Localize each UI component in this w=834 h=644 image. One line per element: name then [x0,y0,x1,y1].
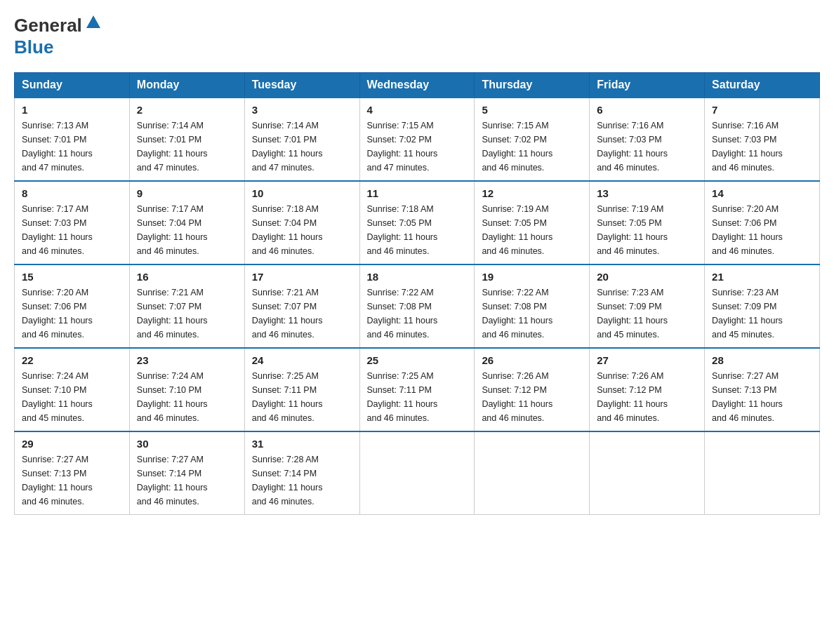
day-info: Sunrise: 7:23 AM Sunset: 7:09 PM Dayligh… [712,286,812,342]
calendar-cell: 26 Sunrise: 7:26 AM Sunset: 7:12 PM Dayl… [475,348,590,431]
calendar-cell [475,431,590,515]
svg-marker-0 [86,15,100,28]
calendar-cell: 27 Sunrise: 7:26 AM Sunset: 7:12 PM Dayl… [590,348,705,431]
calendar-cell: 1 Sunrise: 7:13 AM Sunset: 7:01 PM Dayli… [15,98,130,181]
day-info: Sunrise: 7:16 AM Sunset: 7:03 PM Dayligh… [712,119,812,175]
logo-blue-text: Blue [14,36,53,58]
weekday-header-saturday: Saturday [705,73,820,98]
calendar-cell: 5 Sunrise: 7:15 AM Sunset: 7:02 PM Dayli… [475,98,590,181]
day-number: 10 [252,187,352,199]
page-header: General Blue [14,14,820,58]
calendar-cell: 25 Sunrise: 7:25 AM Sunset: 7:11 PM Dayl… [359,348,475,431]
day-info: Sunrise: 7:20 AM Sunset: 7:06 PM Dayligh… [712,202,812,258]
day-info: Sunrise: 7:17 AM Sunset: 7:04 PM Dayligh… [137,202,237,258]
day-info: Sunrise: 7:13 AM Sunset: 7:01 PM Dayligh… [22,119,122,175]
day-info: Sunrise: 7:27 AM Sunset: 7:13 PM Dayligh… [712,369,812,425]
calendar-cell: 18 Sunrise: 7:22 AM Sunset: 7:08 PM Dayl… [359,264,475,348]
weekday-header-tuesday: Tuesday [244,73,359,98]
day-info: Sunrise: 7:27 AM Sunset: 7:14 PM Dayligh… [137,452,237,509]
day-number: 18 [367,271,468,283]
day-number: 9 [137,187,237,199]
day-info: Sunrise: 7:15 AM Sunset: 7:02 PM Dayligh… [367,119,468,175]
day-number: 19 [482,271,582,283]
calendar-cell: 15 Sunrise: 7:20 AM Sunset: 7:06 PM Dayl… [15,264,130,348]
weekday-header-sunday: Sunday [15,73,130,98]
day-number: 26 [482,354,582,366]
calendar-week-row: 22 Sunrise: 7:24 AM Sunset: 7:10 PM Dayl… [15,348,820,431]
calendar-cell [359,431,475,515]
day-number: 24 [252,354,352,366]
calendar-cell [590,431,705,515]
day-number: 4 [367,104,468,116]
day-info: Sunrise: 7:14 AM Sunset: 7:01 PM Dayligh… [137,119,237,175]
day-info: Sunrise: 7:21 AM Sunset: 7:07 PM Dayligh… [137,286,237,342]
calendar-week-row: 8 Sunrise: 7:17 AM Sunset: 7:03 PM Dayli… [15,181,820,264]
calendar-cell: 12 Sunrise: 7:19 AM Sunset: 7:05 PM Dayl… [475,181,590,264]
day-info: Sunrise: 7:28 AM Sunset: 7:14 PM Dayligh… [252,452,352,509]
day-number: 5 [482,104,582,116]
day-number: 1 [22,104,122,116]
calendar-cell: 24 Sunrise: 7:25 AM Sunset: 7:11 PM Dayl… [244,348,359,431]
calendar-cell: 19 Sunrise: 7:22 AM Sunset: 7:08 PM Dayl… [475,264,590,348]
day-number: 29 [22,438,122,450]
day-number: 17 [252,271,352,283]
calendar-cell: 8 Sunrise: 7:17 AM Sunset: 7:03 PM Dayli… [15,181,130,264]
day-number: 14 [712,187,812,199]
day-number: 31 [252,438,352,450]
day-info: Sunrise: 7:20 AM Sunset: 7:06 PM Dayligh… [22,286,122,342]
calendar-cell: 17 Sunrise: 7:21 AM Sunset: 7:07 PM Dayl… [244,264,359,348]
logo-triangle-icon [86,14,101,29]
day-info: Sunrise: 7:16 AM Sunset: 7:03 PM Dayligh… [597,119,697,175]
calendar-cell: 16 Sunrise: 7:21 AM Sunset: 7:07 PM Dayl… [129,264,244,348]
calendar-cell: 28 Sunrise: 7:27 AM Sunset: 7:13 PM Dayl… [705,348,820,431]
calendar-cell: 4 Sunrise: 7:15 AM Sunset: 7:02 PM Dayli… [359,98,475,181]
calendar-cell: 2 Sunrise: 7:14 AM Sunset: 7:01 PM Dayli… [129,98,244,181]
day-info: Sunrise: 7:22 AM Sunset: 7:08 PM Dayligh… [367,286,468,342]
day-info: Sunrise: 7:25 AM Sunset: 7:11 PM Dayligh… [367,369,468,425]
calendar-cell: 30 Sunrise: 7:27 AM Sunset: 7:14 PM Dayl… [129,431,244,515]
calendar-cell: 3 Sunrise: 7:14 AM Sunset: 7:01 PM Dayli… [244,98,359,181]
day-info: Sunrise: 7:27 AM Sunset: 7:13 PM Dayligh… [22,452,122,509]
day-info: Sunrise: 7:18 AM Sunset: 7:05 PM Dayligh… [367,202,468,258]
day-info: Sunrise: 7:22 AM Sunset: 7:08 PM Dayligh… [482,286,582,342]
calendar-cell: 10 Sunrise: 7:18 AM Sunset: 7:04 PM Dayl… [244,181,359,264]
weekday-header-row: SundayMondayTuesdayWednesdayThursdayFrid… [15,73,820,98]
day-number: 12 [482,187,582,199]
day-number: 3 [252,104,352,116]
calendar-cell: 14 Sunrise: 7:20 AM Sunset: 7:06 PM Dayl… [705,181,820,264]
day-number: 22 [22,354,122,366]
calendar-cell: 23 Sunrise: 7:24 AM Sunset: 7:10 PM Dayl… [129,348,244,431]
calendar-week-row: 29 Sunrise: 7:27 AM Sunset: 7:13 PM Dayl… [15,431,820,515]
day-info: Sunrise: 7:24 AM Sunset: 7:10 PM Dayligh… [22,369,122,425]
calendar-cell [705,431,820,515]
weekday-header-thursday: Thursday [475,73,590,98]
calendar-cell: 6 Sunrise: 7:16 AM Sunset: 7:03 PM Dayli… [590,98,705,181]
day-info: Sunrise: 7:18 AM Sunset: 7:04 PM Dayligh… [252,202,352,258]
day-info: Sunrise: 7:26 AM Sunset: 7:12 PM Dayligh… [597,369,697,425]
weekday-header-monday: Monday [129,73,244,98]
day-number: 11 [367,187,468,199]
weekday-header-friday: Friday [590,73,705,98]
day-info: Sunrise: 7:24 AM Sunset: 7:10 PM Dayligh… [137,369,237,425]
day-info: Sunrise: 7:15 AM Sunset: 7:02 PM Dayligh… [482,119,582,175]
day-number: 21 [712,271,812,283]
day-number: 2 [137,104,237,116]
calendar-cell: 20 Sunrise: 7:23 AM Sunset: 7:09 PM Dayl… [590,264,705,348]
calendar-week-row: 1 Sunrise: 7:13 AM Sunset: 7:01 PM Dayli… [15,98,820,181]
day-number: 7 [712,104,812,116]
day-number: 13 [597,187,697,199]
day-number: 27 [597,354,697,366]
day-number: 8 [22,187,122,199]
day-number: 30 [137,438,237,450]
logo-general-text: General [14,15,82,36]
day-info: Sunrise: 7:17 AM Sunset: 7:03 PM Dayligh… [22,202,122,258]
calendar-cell: 9 Sunrise: 7:17 AM Sunset: 7:04 PM Dayli… [129,181,244,264]
day-number: 16 [137,271,237,283]
calendar-cell: 29 Sunrise: 7:27 AM Sunset: 7:13 PM Dayl… [15,431,130,515]
day-number: 25 [367,354,468,366]
logo: General Blue [14,14,101,58]
day-info: Sunrise: 7:23 AM Sunset: 7:09 PM Dayligh… [597,286,697,342]
day-info: Sunrise: 7:26 AM Sunset: 7:12 PM Dayligh… [482,369,582,425]
day-number: 20 [597,271,697,283]
calendar-cell: 7 Sunrise: 7:16 AM Sunset: 7:03 PM Dayli… [705,98,820,181]
